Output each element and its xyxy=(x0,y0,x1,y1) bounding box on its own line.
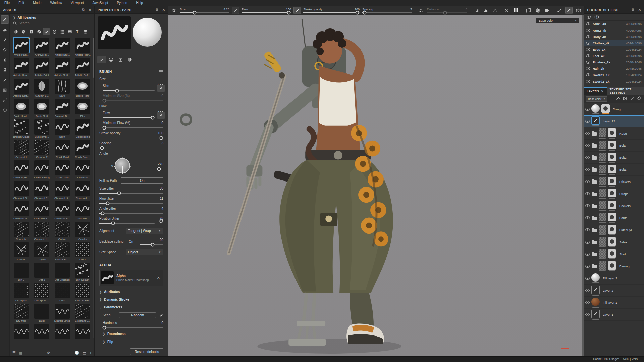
visibility-eye-icon[interactable] xyxy=(586,61,590,64)
asset-search-input[interactable] xyxy=(19,21,69,25)
flow-slider[interactable] xyxy=(103,117,155,118)
brush-asset-crystal[interactable]: Crystal xyxy=(33,242,51,263)
spacing-slider[interactable] xyxy=(99,148,163,148)
brush-asset-basmati-br[interactable]: Basmati Br... xyxy=(53,99,71,119)
path-tool[interactable] xyxy=(1,96,9,104)
menu-item-viewport[interactable]: Viewport xyxy=(66,1,88,5)
brush-asset-charcoal[interactable]: Charcoal ... xyxy=(74,201,92,222)
add-resource-icon[interactable]: + xyxy=(90,351,92,355)
toolbar-spacing-slider[interactable] xyxy=(362,12,412,13)
mask-thumbnail[interactable] xyxy=(608,128,616,137)
paint-tool[interactable] xyxy=(1,16,9,23)
mask-thumbnail[interactable] xyxy=(608,213,616,221)
geometry-mask-tool[interactable] xyxy=(1,106,9,114)
menu-item-mode[interactable]: Mode xyxy=(29,1,46,5)
position-jitter-slider[interactable] xyxy=(99,223,155,224)
brush-asset-dry-mud[interactable]: Dry Mud xyxy=(12,304,30,324)
tab-texture-set-settings[interactable]: TEXTURE SET SETTINGS xyxy=(607,87,644,95)
brush-asset-dirt-2[interactable]: Dirt 2 xyxy=(12,263,30,283)
brush-asset-electric-lines[interactable]: Electric Lines xyxy=(53,304,71,324)
eraser-tool[interactable] xyxy=(1,26,9,34)
brush-asset-chalk-bum[interactable]: Chalk Bum... xyxy=(74,140,92,160)
visibility-eye-icon[interactable] xyxy=(586,54,590,57)
polygon-fill-tool[interactable] xyxy=(1,46,9,54)
paint-layer-thumbnail[interactable] xyxy=(591,286,600,294)
visibility-eye-icon[interactable] xyxy=(585,265,590,268)
brush-asset-charcoal-n[interactable]: Charcoal N... xyxy=(12,201,30,222)
layer-row-layer-1[interactable]: Layer 1 xyxy=(584,309,644,321)
new-resource-icon[interactable]: ⬒ xyxy=(83,351,86,355)
brush-asset-chalk-spre[interactable]: Chalk Spre... xyxy=(12,160,30,181)
smudge-tool[interactable] xyxy=(1,56,9,64)
group-content-thumbnail[interactable] xyxy=(599,153,606,161)
close-panel-icon[interactable]: ✕ xyxy=(161,7,166,12)
layer-row-pants[interactable]: Pants xyxy=(584,212,644,224)
mask-thumbnail[interactable] xyxy=(608,261,616,270)
menu-item-python[interactable]: Python xyxy=(112,1,131,5)
brush-asset-cotton[interactable]: Cotton xyxy=(53,222,71,242)
group-content-thumbnail[interactable] xyxy=(599,213,606,221)
visibility-eye-icon[interactable] xyxy=(585,108,590,111)
visibility-eye-icon[interactable] xyxy=(585,120,590,123)
visibility-eye-icon[interactable] xyxy=(585,289,590,292)
mask-thumbnail[interactable] xyxy=(608,141,616,149)
visibility-eye-icon[interactable] xyxy=(585,156,590,159)
hardness-slider[interactable] xyxy=(103,327,163,328)
float-panel-icon[interactable]: ⧉ xyxy=(81,7,86,12)
texture-set-row-arm2_4k[interactable]: Arm2_4k4096x4096 xyxy=(584,27,644,34)
brush-asset-artistic-soft[interactable]: Artistic Soft... xyxy=(53,58,71,79)
visibility-eye-icon[interactable] xyxy=(585,144,590,147)
brush-asset-charcoal-f[interactable]: Charcoal F... xyxy=(33,181,51,201)
grid-view-icon[interactable]: ▦ xyxy=(19,351,22,355)
toolbar-stroke-opacity-slider[interactable] xyxy=(303,12,360,13)
filter-brushes-icon[interactable] xyxy=(43,28,50,35)
paint-layer-thumbnail[interactable] xyxy=(591,310,600,318)
falloff-curve-icon[interactable] xyxy=(473,7,480,14)
brush-asset-concrete[interactable]: Concrete xyxy=(12,222,30,242)
mask-thumbnail[interactable] xyxy=(608,177,616,185)
pen-pressure-toggle-icon[interactable] xyxy=(157,112,165,119)
layer-row-sides[interactable]: Sides xyxy=(584,236,644,248)
group-content-thumbnail[interactable] xyxy=(599,249,606,258)
pause-engine-icon[interactable] xyxy=(513,7,519,14)
texture-set-row-clothes_4k[interactable]: Clothes_4k4096x4096 xyxy=(584,40,644,46)
perspective-mode-icon[interactable] xyxy=(525,7,532,14)
toggle-all-visibility-icon[interactable] xyxy=(586,15,591,19)
brush-asset-dirt-splash[interactable]: Dirt Splash xyxy=(74,263,92,283)
angle-dial[interactable] xyxy=(115,158,130,173)
library-breadcrumb[interactable]: All libraries xyxy=(18,16,36,19)
angle-jitter-slider[interactable] xyxy=(99,213,163,214)
paint-layer-thumbnail[interactable] xyxy=(591,116,600,125)
brush-asset-dots[interactable]: Dots xyxy=(53,283,71,304)
tab-stencil[interactable] xyxy=(116,56,125,63)
tab-material[interactable] xyxy=(125,56,134,63)
brush-asset-dots-erased[interactable]: Dots Erased xyxy=(74,283,92,304)
brush-asset-broken-glass[interactable]: Broken Glass xyxy=(12,119,30,140)
tab-layers[interactable]: LAYERS✕ xyxy=(584,87,607,95)
group-content-thumbnail[interactable] xyxy=(599,189,606,197)
group-content-thumbnail[interactable] xyxy=(599,177,606,185)
size-space-dropdown[interactable]: Object▼ xyxy=(126,249,163,255)
flip-collapse[interactable]: ❯Flip xyxy=(103,340,163,344)
pen-pressure-toggle-icon[interactable] xyxy=(157,85,165,92)
projection-tool[interactable] xyxy=(1,36,9,44)
layer-row-layer-2[interactable]: Layer 2 xyxy=(584,285,644,297)
brush-asset-elephant-s[interactable]: Elephant S... xyxy=(74,304,92,324)
brush-asset-basic-hard[interactable]: Basic Hard xyxy=(74,79,92,99)
brush-asset-cracks[interactable]: Cracks xyxy=(12,242,30,263)
disable-painting-icon[interactable] xyxy=(503,7,510,14)
brush-asset-artistic-soft[interactable]: Artistic Soft... xyxy=(74,58,92,79)
parameters-collapse[interactable]: ⌄Parameters xyxy=(99,305,163,309)
visibility-eye-icon[interactable] xyxy=(585,301,590,304)
menu-item-window[interactable]: Window xyxy=(46,1,66,5)
mask-thumbnail[interactable] xyxy=(608,153,616,161)
brush-asset-chalk-thin[interactable]: Chalk Thin xyxy=(53,160,71,181)
toolbar-flow-slider[interactable] xyxy=(241,12,291,13)
layer-row-rope[interactable]: Rope xyxy=(584,127,644,140)
layer-row-layer-12[interactable]: Layer 12 xyxy=(584,115,644,127)
visibility-eye-icon[interactable] xyxy=(585,180,590,183)
filter-stencils-icon[interactable] xyxy=(28,28,35,35)
stroke-opacity-slider[interactable] xyxy=(99,138,163,138)
add-smart-material-icon[interactable] xyxy=(623,96,627,101)
solo-visibility-icon[interactable]: 1 xyxy=(594,15,599,19)
